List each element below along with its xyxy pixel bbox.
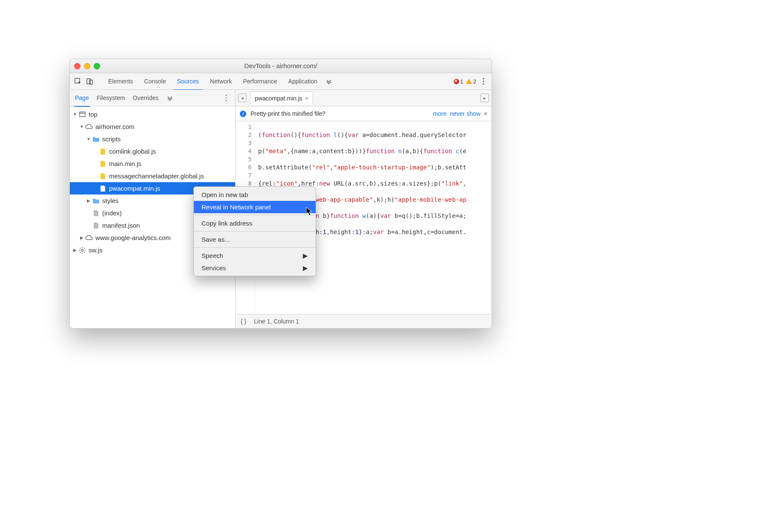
inspect-icon[interactable]	[73, 77, 83, 86]
svg-point-8	[225, 100, 227, 101]
tab-console[interactable]: Console	[140, 73, 170, 89]
subtab-overrides[interactable]: Overrides	[132, 90, 160, 106]
folder-icon	[92, 197, 100, 205]
nav-back-icon[interactable]: ◂	[238, 94, 247, 102]
tree-file[interactable]: main.min.js	[70, 157, 235, 170]
file-icon	[92, 209, 100, 217]
js-file-icon	[99, 148, 106, 155]
tree-file[interactable]: comlink.global.js	[70, 145, 235, 157]
infobar-more-link[interactable]: more	[433, 110, 446, 117]
minimize-icon[interactable]	[84, 63, 90, 69]
folder-icon	[92, 135, 100, 143]
cloud-icon	[85, 123, 93, 131]
kebab-menu-icon[interactable]	[479, 77, 488, 86]
editor-status-bar: { } Line 1, Column 1	[236, 314, 492, 328]
cursor-position: Line 1, Column 1	[254, 318, 299, 325]
svg-rect-1	[87, 79, 90, 84]
tree-file[interactable]: messagechanneladapter.global.js	[70, 170, 235, 182]
close-icon[interactable]	[74, 63, 81, 69]
context-menu: Open in new tab Reveal in Network panel …	[193, 186, 316, 276]
infobar-close-icon[interactable]: ×	[484, 110, 487, 117]
subtab-page[interactable]: Page	[74, 90, 90, 107]
tree-folder-scripts[interactable]: ▼ scripts	[70, 133, 235, 145]
tab-network[interactable]: Network	[206, 73, 236, 89]
subtab-filesystem[interactable]: Filesystem	[96, 90, 126, 106]
svg-point-6	[225, 94, 227, 96]
gear-icon	[78, 246, 86, 254]
error-icon	[454, 79, 459, 84]
tab-application[interactable]: Application	[284, 73, 322, 89]
infobar-message: Pretty-print this minified file?	[250, 110, 325, 117]
svg-point-3	[483, 78, 484, 79]
tree-top[interactable]: ▼ top	[70, 108, 235, 120]
maximize-icon[interactable]	[94, 63, 100, 69]
format-icon[interactable]: { }	[241, 318, 246, 325]
tab-elements[interactable]: Elements	[104, 73, 137, 89]
svg-line-17	[84, 252, 85, 252]
tabs-overflow-icon[interactable]	[324, 77, 334, 86]
svg-point-7	[225, 97, 227, 98]
cursor-icon	[306, 207, 314, 216]
svg-point-11	[81, 249, 83, 251]
error-count[interactable]: 1	[454, 78, 463, 85]
tab-sources[interactable]: Sources	[173, 73, 203, 90]
open-file-tab[interactable]: pwacompat.min.js ×	[250, 92, 313, 105]
titlebar: DevTools - airhorner.com/	[70, 59, 492, 73]
navigator-kebab-icon[interactable]	[222, 93, 231, 103]
menu-reveal-network[interactable]: Reveal in Network panel	[194, 201, 316, 213]
js-file-icon	[99, 172, 106, 180]
pretty-print-bar: i Pretty-print this minified file? more …	[236, 106, 492, 121]
svg-line-16	[80, 248, 81, 249]
warning-icon	[466, 79, 472, 84]
svg-point-4	[483, 80, 484, 82]
main-tabs: Elements Console Sources Network Perform…	[70, 73, 492, 90]
menu-open-new-tab[interactable]: Open in new tab	[194, 189, 316, 201]
svg-line-18	[80, 252, 81, 252]
tree-domain[interactable]: ▼ airhorner.com	[70, 120, 235, 133]
menu-copy-link[interactable]: Copy link address	[194, 217, 316, 229]
menu-save-as[interactable]: Save as...	[194, 233, 316, 246]
device-icon[interactable]	[85, 77, 95, 86]
svg-point-5	[483, 83, 484, 84]
svg-line-19	[84, 248, 85, 249]
js-file-icon	[99, 185, 106, 192]
cloud-icon	[85, 234, 93, 242]
tab-performance[interactable]: Performance	[239, 73, 281, 89]
menu-services[interactable]: Services▶	[194, 262, 316, 274]
svg-rect-9	[80, 112, 85, 117]
infobar-never-link[interactable]: never show	[450, 110, 480, 117]
frame-icon	[78, 111, 86, 118]
info-icon: i	[240, 111, 246, 117]
close-tab-icon[interactable]: ×	[305, 95, 308, 102]
subtabs-overflow-icon[interactable]	[165, 93, 175, 103]
submenu-arrow-icon: ▶	[303, 262, 308, 274]
submenu-arrow-icon: ▶	[303, 249, 308, 262]
js-file-icon	[99, 160, 106, 168]
window-title: DevTools - airhorner.com/	[70, 59, 492, 73]
menu-speech[interactable]: Speech▶	[194, 249, 316, 262]
file-icon	[92, 222, 100, 229]
warning-count[interactable]: 2	[466, 78, 476, 85]
nav-forward-icon[interactable]: ▸	[480, 94, 489, 102]
